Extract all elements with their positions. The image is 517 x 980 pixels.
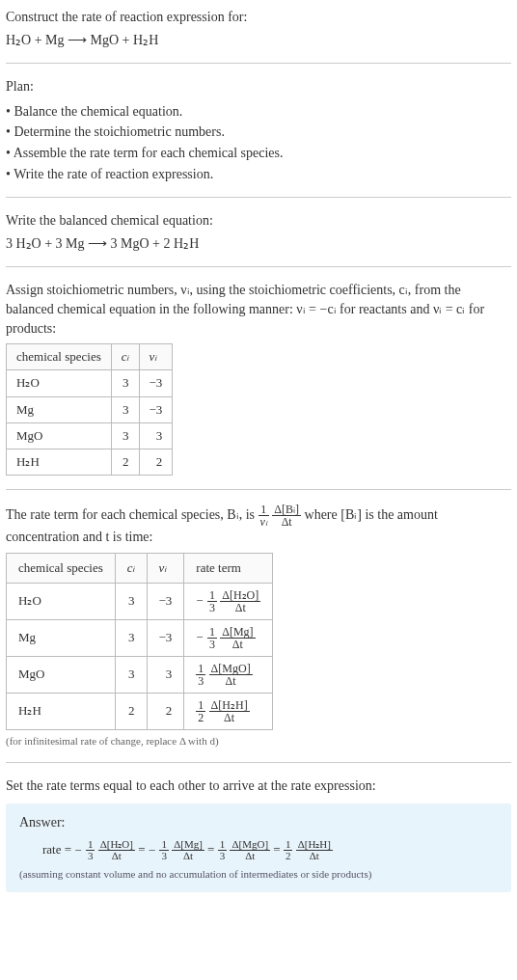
frac-coef: 1 νᵢ bbox=[258, 504, 269, 528]
col-ci: cᵢ bbox=[115, 553, 147, 583]
plan-item: Assemble the rate term for each chemical… bbox=[6, 144, 511, 163]
table-header-row: chemical species cᵢ νᵢ rate term bbox=[7, 553, 273, 583]
cell-v: −3 bbox=[139, 396, 173, 422]
cell-species: H₂O bbox=[7, 583, 116, 619]
rate-term-section: The rate term for each chemical species,… bbox=[6, 504, 511, 749]
plan-heading: Plan: bbox=[6, 77, 511, 96]
plan-item: Determine the stoichiometric numbers. bbox=[6, 122, 511, 142]
table-row: H₂O 3 −3 bbox=[7, 370, 173, 396]
table-row: MgO 3 3 13 Δ[MgO]Δt bbox=[7, 656, 273, 693]
table-header-row: chemical species cᵢ νᵢ bbox=[7, 344, 173, 370]
cell-species: H₂H bbox=[7, 693, 116, 729]
answer-note: (assuming constant volume and no accumul… bbox=[19, 867, 498, 882]
table-row: H₂H 2 2 bbox=[7, 449, 173, 475]
table-row: H₂H 2 2 12 Δ[H₂H]Δt bbox=[7, 693, 273, 729]
construct-title: Construct the rate of reaction expressio… bbox=[6, 8, 511, 27]
cell-c: 2 bbox=[111, 449, 139, 475]
rate-table: chemical species cᵢ νᵢ rate term H₂O 3 −… bbox=[6, 553, 273, 730]
col-species: chemical species bbox=[7, 344, 112, 370]
frac-coef: 13 bbox=[159, 839, 169, 861]
balanced-heading: Write the balanced chemical equation: bbox=[6, 211, 511, 231]
cell-c: 3 bbox=[111, 422, 139, 449]
cell-species: Mg bbox=[7, 396, 112, 422]
balanced-section: Write the balanced chemical equation: 3 … bbox=[6, 211, 511, 253]
cell-v: −3 bbox=[147, 619, 184, 656]
cell-species: Mg bbox=[7, 619, 116, 656]
plan-item: Balance the chemical equation. bbox=[6, 102, 511, 122]
cell-v: 2 bbox=[139, 449, 173, 475]
cell-species: MgO bbox=[7, 656, 116, 693]
set-equal-heading: Set the rate terms equal to each other t… bbox=[6, 776, 511, 796]
rate-term-intro: The rate term for each chemical species,… bbox=[6, 504, 511, 547]
cell-species: H₂O bbox=[7, 370, 112, 396]
col-ci: cᵢ bbox=[111, 344, 139, 370]
intro-text-1: The rate term for each chemical species,… bbox=[6, 507, 258, 522]
stoich-section: Assign stoichiometric numbers, νᵢ, using… bbox=[6, 281, 511, 476]
divider bbox=[6, 197, 511, 198]
divider bbox=[6, 266, 511, 267]
col-vi: νᵢ bbox=[147, 553, 184, 583]
cell-rate-term: 13 Δ[MgO]Δt bbox=[184, 656, 273, 693]
table-row: Mg 3 −3 bbox=[7, 396, 173, 422]
col-rate-term: rate term bbox=[184, 553, 273, 583]
frac-deriv: Δ[MgO]Δt bbox=[230, 839, 270, 861]
answer-box: Answer: rate = − 13 Δ[H₂O]Δt = − 13 Δ[Mg… bbox=[6, 803, 511, 892]
frac-coef: 12 bbox=[284, 839, 293, 861]
cell-c: 2 bbox=[115, 693, 147, 729]
cell-c: 3 bbox=[115, 583, 147, 619]
cell-c: 3 bbox=[115, 619, 147, 656]
cell-species: MgO bbox=[7, 422, 112, 449]
frac-coef: 12 bbox=[196, 699, 205, 723]
frac-deriv: Δ[Bᵢ] Δt bbox=[272, 504, 301, 528]
rate-expression: rate = − 13 Δ[H₂O]Δt = − 13 Δ[Mg]Δt = 13… bbox=[19, 839, 498, 861]
plan-list: Balance the chemical equation. Determine… bbox=[6, 102, 511, 183]
divider bbox=[6, 762, 511, 763]
frac-deriv: Δ[Mg]Δt bbox=[220, 626, 255, 650]
col-vi: νᵢ bbox=[139, 344, 173, 370]
rate-prefix: rate = bbox=[42, 843, 74, 858]
cell-rate-term: − 13 Δ[H₂O]Δt bbox=[184, 583, 273, 619]
unbalanced-equation: H₂O + Mg ⟶ MgO + H₂H bbox=[6, 31, 511, 50]
cell-v: 2 bbox=[147, 693, 184, 729]
cell-c: 3 bbox=[111, 370, 139, 396]
rate-table-note: (for infinitesimal rate of change, repla… bbox=[6, 734, 511, 749]
cell-species: H₂H bbox=[7, 449, 112, 475]
frac-coef: 13 bbox=[86, 839, 95, 861]
answer-section: Set the rate terms equal to each other t… bbox=[6, 776, 511, 892]
balanced-equation: 3 H₂O + 3 Mg ⟶ 3 MgO + 2 H₂H bbox=[6, 234, 511, 254]
divider bbox=[6, 63, 511, 64]
cell-v: −3 bbox=[139, 370, 173, 396]
stoich-heading: Assign stoichiometric numbers, νᵢ, using… bbox=[6, 281, 511, 338]
cell-c: 3 bbox=[111, 396, 139, 422]
title-section: Construct the rate of reaction expressio… bbox=[6, 8, 511, 49]
cell-v: 3 bbox=[139, 422, 173, 449]
table-row: MgO 3 3 bbox=[7, 422, 173, 449]
cell-rate-term: 12 Δ[H₂H]Δt bbox=[184, 693, 273, 729]
cell-v: −3 bbox=[147, 583, 184, 619]
frac-coef: 13 bbox=[207, 589, 217, 613]
frac-coef: 13 bbox=[218, 839, 228, 861]
frac-deriv: Δ[H₂O]Δt bbox=[220, 589, 260, 613]
frac-deriv: Δ[MgO]Δt bbox=[209, 663, 253, 687]
frac-deriv: Δ[H₂H]Δt bbox=[296, 839, 333, 861]
answer-label: Answer: bbox=[19, 813, 498, 832]
frac-coef: 13 bbox=[207, 626, 217, 650]
plan-item: Write the rate of reaction expression. bbox=[6, 165, 511, 184]
table-row: Mg 3 −3 − 13 Δ[Mg]Δt bbox=[7, 619, 273, 656]
frac-deriv: Δ[H₂O]Δt bbox=[98, 839, 135, 861]
stoich-table: chemical species cᵢ νᵢ H₂O 3 −3 Mg 3 −3 … bbox=[6, 343, 173, 476]
frac-deriv: Δ[H₂H]Δt bbox=[209, 699, 250, 723]
cell-rate-term: − 13 Δ[Mg]Δt bbox=[184, 619, 273, 656]
cell-c: 3 bbox=[115, 656, 147, 693]
table-row: H₂O 3 −3 − 13 Δ[H₂O]Δt bbox=[7, 583, 273, 619]
col-species: chemical species bbox=[7, 553, 116, 583]
frac-deriv: Δ[Mg]Δt bbox=[172, 839, 204, 861]
cell-v: 3 bbox=[147, 656, 184, 693]
plan-section: Plan: Balance the chemical equation. Det… bbox=[6, 77, 511, 183]
divider bbox=[6, 489, 511, 490]
frac-coef: 13 bbox=[196, 663, 205, 687]
